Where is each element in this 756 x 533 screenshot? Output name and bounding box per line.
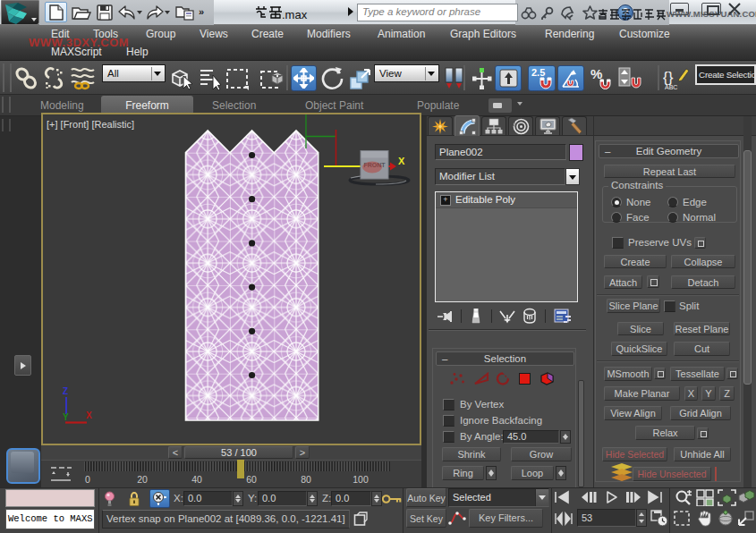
svg-text:X: X bbox=[86, 410, 92, 420]
svg-text:ABC: ABC bbox=[665, 84, 677, 90]
svg-text:100: 100 bbox=[353, 474, 369, 485]
svg-text:60: 60 bbox=[246, 474, 257, 485]
svg-text:0: 0 bbox=[85, 474, 90, 485]
svg-text:20: 20 bbox=[137, 474, 148, 485]
svg-text:80: 80 bbox=[301, 474, 311, 485]
svg-text:Z: Z bbox=[63, 386, 68, 396]
svg-text:Y: Y bbox=[63, 412, 69, 422]
svg-text:X: X bbox=[398, 156, 405, 166]
svg-text:40: 40 bbox=[191, 474, 202, 485]
